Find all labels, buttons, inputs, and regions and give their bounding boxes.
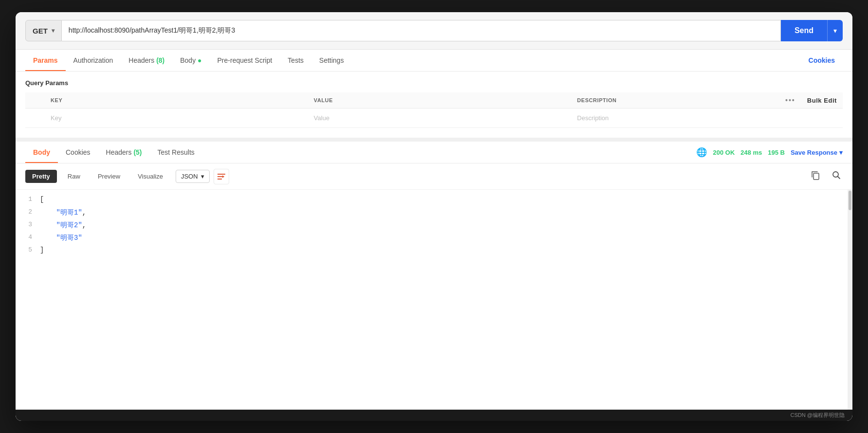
- scrollbar[interactable]: [848, 190, 852, 410]
- tab-pre-request[interactable]: Pre-request Script: [210, 50, 280, 71]
- footer: CSDN @编程界明世隐: [16, 410, 852, 421]
- description-col-header: DESCRIPTION: [571, 92, 779, 108]
- key-col-header: KEY: [45, 92, 308, 108]
- code-line-2: 2 "明哥1",: [16, 207, 848, 220]
- svg-line-5: [838, 177, 840, 179]
- tab-body[interactable]: Body ●: [172, 50, 209, 71]
- send-button[interactable]: Send: [781, 20, 827, 41]
- code-line-4: 4 "明哥3": [16, 233, 848, 245]
- footer-text: CSDN @编程界明世隐: [791, 412, 845, 418]
- tab-settings[interactable]: Settings: [311, 50, 352, 71]
- params-table: KEY VALUE DESCRIPTION ••• Bulk Edit: [25, 92, 843, 128]
- section-divider: [16, 138, 852, 142]
- app-window: GET ▾ Send ▾ Params Authorization Header…: [16, 12, 852, 421]
- word-wrap-button[interactable]: [214, 169, 229, 184]
- response-tab-headers[interactable]: Headers (5): [98, 142, 150, 163]
- more-dots-icon: •••: [785, 96, 796, 104]
- checkbox-col-header: [25, 92, 45, 108]
- method-label: GET: [33, 27, 48, 35]
- response-size: 195 B: [768, 149, 785, 156]
- description-cell[interactable]: Description: [571, 108, 779, 128]
- save-response-button[interactable]: Save Response ▾: [791, 149, 843, 156]
- tab-params[interactable]: Params: [25, 50, 66, 71]
- response-section: Body Cookies Headers (5) Test Results 🌐 …: [16, 142, 852, 410]
- response-time: 248 ms: [741, 149, 762, 156]
- code-line-3: 3 "明哥2",: [16, 220, 848, 233]
- json-format-selector[interactable]: JSON ▾: [176, 170, 210, 183]
- key-cell[interactable]: Key: [45, 108, 308, 128]
- tab-authorization[interactable]: Authorization: [66, 50, 121, 71]
- preview-button[interactable]: Preview: [91, 170, 127, 183]
- copy-button[interactable]: [809, 168, 822, 184]
- query-params-title: Query Params: [25, 79, 843, 87]
- svg-rect-3: [814, 173, 819, 180]
- globe-icon: 🌐: [696, 147, 707, 158]
- response-tab-cookies[interactable]: Cookies: [58, 142, 98, 163]
- url-input[interactable]: [62, 20, 781, 41]
- json-response-body: 1 [ 2 "明哥1", 3 "明哥2", 4: [16, 190, 848, 410]
- pretty-button[interactable]: Pretty: [25, 170, 57, 183]
- row-checkbox[interactable]: [25, 108, 45, 128]
- row-bulk: [801, 108, 843, 128]
- code-area-wrapper: 1 [ 2 "明哥1", 3 "明哥2", 4: [16, 190, 852, 410]
- send-button-group: Send ▾: [781, 20, 843, 41]
- tab-tests[interactable]: Tests: [280, 50, 311, 71]
- scrollbar-thumb: [849, 191, 851, 210]
- url-bar: GET ▾ Send ▾: [16, 12, 852, 50]
- method-chevron-icon: ▾: [52, 27, 54, 34]
- code-line-1: 1 [: [16, 195, 848, 207]
- response-meta: 🌐 200 OK 248 ms 195 B Save Response ▾: [696, 147, 843, 158]
- method-selector[interactable]: GET ▾: [25, 20, 62, 41]
- more-col-header: •••: [779, 92, 801, 108]
- table-row: Key Value Description: [25, 108, 843, 128]
- tab-headers[interactable]: Headers (8): [121, 50, 172, 71]
- send-dropdown-button[interactable]: ▾: [827, 20, 843, 41]
- tab-cookies[interactable]: Cookies: [801, 50, 843, 71]
- status-badge: 200 OK: [713, 149, 735, 156]
- response-tab-body[interactable]: Body: [25, 142, 58, 163]
- response-tabs-row: Body Cookies Headers (5) Test Results 🌐 …: [16, 142, 852, 163]
- request-tabs: Params Authorization Headers (8) Body ● …: [16, 50, 852, 72]
- value-col-header: VALUE: [308, 92, 571, 108]
- bulk-edit-header[interactable]: Bulk Edit: [801, 92, 843, 108]
- value-cell[interactable]: Value: [308, 108, 571, 128]
- row-actions: [779, 108, 801, 128]
- raw-button[interactable]: Raw: [61, 170, 87, 183]
- search-button[interactable]: [830, 169, 843, 184]
- query-params-section: Query Params KEY VALUE DESCRIPTION ••• B…: [16, 72, 852, 128]
- code-line-5: 5 ]: [16, 245, 848, 258]
- visualize-button[interactable]: Visualize: [131, 170, 170, 183]
- response-tab-test-results[interactable]: Test Results: [150, 142, 202, 163]
- format-bar: Pretty Raw Preview Visualize JSON ▾: [16, 163, 852, 190]
